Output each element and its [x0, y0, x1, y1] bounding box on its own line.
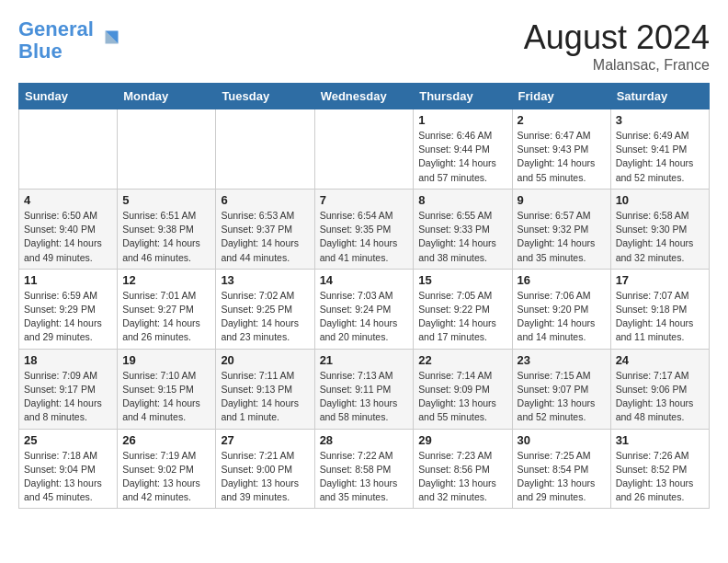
calendar-cell: 23Sunrise: 7:15 AM Sunset: 9:07 PM Dayli…: [512, 349, 610, 429]
calendar-cell: 12Sunrise: 7:01 AM Sunset: 9:27 PM Dayli…: [118, 269, 216, 349]
calendar-cell: 16Sunrise: 7:06 AM Sunset: 9:20 PM Dayli…: [512, 269, 610, 349]
day-number: 28: [320, 433, 409, 447]
logo-icon: [96, 28, 121, 53]
calendar-cell: 30Sunrise: 7:25 AM Sunset: 8:54 PM Dayli…: [512, 429, 610, 509]
day-number: 2: [518, 113, 606, 127]
weekday-header: Friday: [512, 84, 610, 109]
day-number: 17: [616, 273, 704, 287]
calendar-body: 1Sunrise: 6:46 AM Sunset: 9:44 PM Daylig…: [19, 109, 710, 509]
weekday-header: Tuesday: [216, 84, 314, 109]
day-detail: Sunrise: 7:05 AM Sunset: 9:22 PM Dayligh…: [418, 289, 506, 345]
day-number: 13: [221, 273, 309, 287]
day-number: 11: [24, 273, 112, 287]
weekday-header: Saturday: [610, 84, 709, 109]
day-number: 1: [418, 113, 506, 127]
day-detail: Sunrise: 7:25 AM Sunset: 8:54 PM Dayligh…: [518, 449, 606, 505]
day-number: 5: [122, 193, 210, 207]
calendar-cell: 5Sunrise: 6:51 AM Sunset: 9:38 PM Daylig…: [118, 189, 216, 269]
location-title: Malansac, France: [524, 57, 710, 74]
day-number: 6: [221, 193, 309, 207]
calendar-header: SundayMondayTuesdayWednesdayThursdayFrid…: [19, 84, 710, 109]
day-detail: Sunrise: 6:57 AM Sunset: 9:32 PM Dayligh…: [518, 209, 606, 265]
day-number: 31: [616, 433, 704, 447]
weekday-header: Wednesday: [314, 84, 414, 109]
day-detail: Sunrise: 7:11 AM Sunset: 9:13 PM Dayligh…: [221, 369, 309, 425]
calendar-cell: 8Sunrise: 6:55 AM Sunset: 9:33 PM Daylig…: [414, 189, 512, 269]
day-number: 16: [518, 273, 606, 287]
weekday-header: Sunday: [19, 84, 118, 109]
calendar-week-row: 4Sunrise: 6:50 AM Sunset: 9:40 PM Daylig…: [19, 189, 710, 269]
day-detail: Sunrise: 7:26 AM Sunset: 8:52 PM Dayligh…: [616, 449, 704, 505]
calendar-cell: 7Sunrise: 6:54 AM Sunset: 9:35 PM Daylig…: [314, 189, 414, 269]
month-title: August 2024: [524, 18, 710, 57]
calendar-cell: 6Sunrise: 6:53 AM Sunset: 9:37 PM Daylig…: [216, 189, 314, 269]
day-number: 21: [320, 353, 409, 367]
day-detail: Sunrise: 7:06 AM Sunset: 9:20 PM Dayligh…: [518, 289, 606, 345]
calendar-cell: [314, 109, 414, 190]
day-detail: Sunrise: 6:50 AM Sunset: 9:40 PM Dayligh…: [24, 209, 112, 265]
calendar-cell: 31Sunrise: 7:26 AM Sunset: 8:52 PM Dayli…: [610, 429, 709, 509]
day-detail: Sunrise: 7:15 AM Sunset: 9:07 PM Dayligh…: [518, 369, 606, 425]
calendar-table: SundayMondayTuesdayWednesdayThursdayFrid…: [18, 83, 710, 509]
calendar-cell: 19Sunrise: 7:10 AM Sunset: 9:15 PM Dayli…: [118, 349, 216, 429]
calendar-cell: 17Sunrise: 7:07 AM Sunset: 9:18 PM Dayli…: [610, 269, 709, 349]
calendar-cell: 28Sunrise: 7:22 AM Sunset: 8:58 PM Dayli…: [314, 429, 414, 509]
calendar-week-row: 11Sunrise: 6:59 AM Sunset: 9:29 PM Dayli…: [19, 269, 710, 349]
day-detail: Sunrise: 6:54 AM Sunset: 9:35 PM Dayligh…: [320, 209, 409, 265]
day-detail: Sunrise: 7:09 AM Sunset: 9:17 PM Dayligh…: [24, 369, 112, 425]
weekday-header: Thursday: [414, 84, 512, 109]
day-number: 19: [122, 353, 210, 367]
calendar-cell: 4Sunrise: 6:50 AM Sunset: 9:40 PM Daylig…: [19, 189, 118, 269]
page-header: GeneralBlue August 2024 Malansac, France: [18, 18, 710, 74]
day-detail: Sunrise: 7:02 AM Sunset: 9:25 PM Dayligh…: [221, 289, 309, 345]
day-detail: Sunrise: 7:13 AM Sunset: 9:11 PM Dayligh…: [320, 369, 409, 425]
day-detail: Sunrise: 7:03 AM Sunset: 9:24 PM Dayligh…: [320, 289, 409, 345]
calendar-cell: 24Sunrise: 7:17 AM Sunset: 9:06 PM Dayli…: [610, 349, 709, 429]
day-number: 3: [616, 113, 704, 127]
day-detail: Sunrise: 6:53 AM Sunset: 9:37 PM Dayligh…: [221, 209, 309, 265]
calendar-cell: 20Sunrise: 7:11 AM Sunset: 9:13 PM Dayli…: [216, 349, 314, 429]
calendar-cell: 22Sunrise: 7:14 AM Sunset: 9:09 PM Dayli…: [414, 349, 512, 429]
day-detail: Sunrise: 6:51 AM Sunset: 9:38 PM Dayligh…: [122, 209, 210, 265]
day-detail: Sunrise: 7:14 AM Sunset: 9:09 PM Dayligh…: [418, 369, 506, 425]
day-detail: Sunrise: 7:07 AM Sunset: 9:18 PM Dayligh…: [616, 289, 704, 345]
calendar-week-row: 18Sunrise: 7:09 AM Sunset: 9:17 PM Dayli…: [19, 349, 710, 429]
day-detail: Sunrise: 7:18 AM Sunset: 9:04 PM Dayligh…: [24, 449, 112, 505]
day-number: 20: [221, 353, 309, 367]
calendar-cell: 9Sunrise: 6:57 AM Sunset: 9:32 PM Daylig…: [512, 189, 610, 269]
day-number: 22: [418, 353, 506, 367]
day-detail: Sunrise: 7:23 AM Sunset: 8:56 PM Dayligh…: [418, 449, 506, 505]
day-number: 30: [518, 433, 606, 447]
day-number: 25: [24, 433, 112, 447]
day-number: 8: [418, 193, 506, 207]
calendar-cell: [216, 109, 314, 190]
calendar-cell: 1Sunrise: 6:46 AM Sunset: 9:44 PM Daylig…: [414, 109, 512, 190]
calendar-cell: 10Sunrise: 6:58 AM Sunset: 9:30 PM Dayli…: [610, 189, 709, 269]
day-detail: Sunrise: 6:46 AM Sunset: 9:44 PM Dayligh…: [418, 129, 506, 185]
day-number: 12: [122, 273, 210, 287]
day-detail: Sunrise: 6:58 AM Sunset: 9:30 PM Dayligh…: [616, 209, 704, 265]
day-detail: Sunrise: 7:17 AM Sunset: 9:06 PM Dayligh…: [616, 369, 704, 425]
logo-text: GeneralBlue: [18, 18, 94, 63]
calendar-cell: 15Sunrise: 7:05 AM Sunset: 9:22 PM Dayli…: [414, 269, 512, 349]
calendar-week-row: 25Sunrise: 7:18 AM Sunset: 9:04 PM Dayli…: [19, 429, 710, 509]
calendar-cell: 26Sunrise: 7:19 AM Sunset: 9:02 PM Dayli…: [118, 429, 216, 509]
day-number: 27: [221, 433, 309, 447]
header-row: SundayMondayTuesdayWednesdayThursdayFrid…: [19, 84, 710, 109]
day-number: 26: [122, 433, 210, 447]
calendar-cell: 2Sunrise: 6:47 AM Sunset: 9:43 PM Daylig…: [512, 109, 610, 190]
calendar-cell: 13Sunrise: 7:02 AM Sunset: 9:25 PM Dayli…: [216, 269, 314, 349]
calendar-cell: [118, 109, 216, 190]
day-detail: Sunrise: 7:19 AM Sunset: 9:02 PM Dayligh…: [122, 449, 210, 505]
day-number: 24: [616, 353, 704, 367]
weekday-header: Monday: [118, 84, 216, 109]
day-detail: Sunrise: 7:01 AM Sunset: 9:27 PM Dayligh…: [122, 289, 210, 345]
day-number: 18: [24, 353, 112, 367]
calendar-cell: 18Sunrise: 7:09 AM Sunset: 9:17 PM Dayli…: [19, 349, 118, 429]
day-number: 4: [24, 193, 112, 207]
day-number: 9: [518, 193, 606, 207]
day-detail: Sunrise: 7:10 AM Sunset: 9:15 PM Dayligh…: [122, 369, 210, 425]
calendar-cell: [19, 109, 118, 190]
day-detail: Sunrise: 6:55 AM Sunset: 9:33 PM Dayligh…: [418, 209, 506, 265]
day-detail: Sunrise: 6:49 AM Sunset: 9:41 PM Dayligh…: [616, 129, 704, 185]
